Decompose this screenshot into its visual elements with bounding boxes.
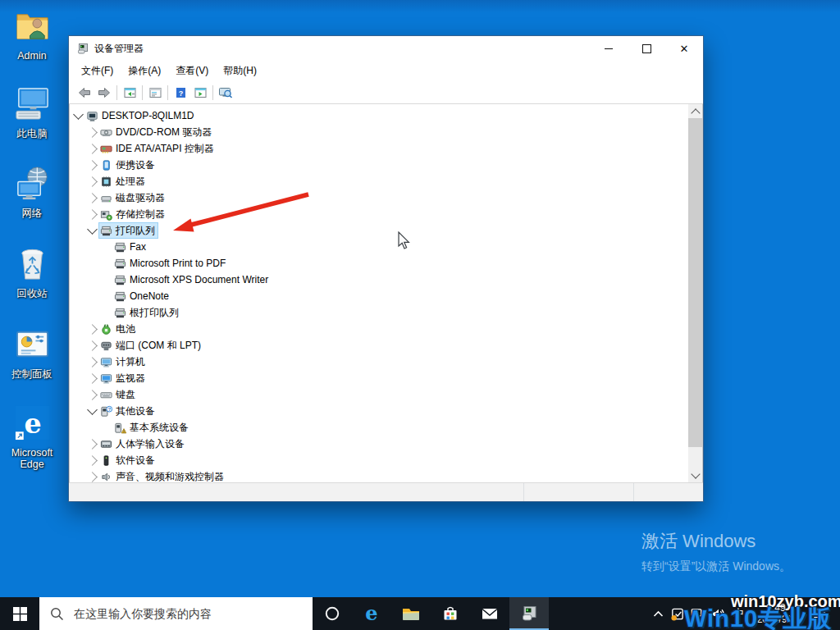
forward-button[interactable] [94,83,114,102]
printer-icon [114,290,126,303]
chevron-right-icon[interactable] [87,144,98,154]
chevron-right-icon[interactable] [87,176,98,187]
chevron-right-icon[interactable] [87,160,98,171]
chevron-right-icon[interactable] [87,455,98,466]
toolbar-separator [212,85,213,100]
tree-item-portable-devices[interactable]: 便携设备 [70,157,688,173]
desktop-icon-network[interactable]: 网络 [0,164,64,219]
scroll-down-button[interactable] [688,468,702,482]
toolbar-separator [142,85,143,100]
minimize-button[interactable] [590,36,628,61]
menu-item-action[interactable]: 操作(A) [121,61,168,81]
tree-item-ms-xps-writer[interactable]: Microsoft XPS Document Writer [70,272,688,288]
tree-item-print-queues[interactable]: 打印队列 [70,222,688,239]
tree-item-computer-cat[interactable]: 计算机 [70,354,688,370]
tree-item-batteries[interactable]: 电池 [70,321,688,337]
toolbar-separator [116,85,117,100]
chevron-up-icon [691,108,700,117]
back-button[interactable] [75,83,94,102]
activation-line2: 转到“设置”以激活 Windows。 [641,559,791,574]
portable-device-icon [100,159,112,171]
menu-item-help[interactable]: 帮助(H) [216,61,264,81]
menu-bar: 文件(F)操作(A)查看(V)帮助(H) [69,61,703,81]
chevron-down-icon[interactable] [87,224,98,235]
edge-taskbar-button[interactable]: e [352,597,391,630]
desktop-icon-control-panel[interactable]: 控制面板 [0,325,64,380]
window-content: DESKTOP-8QILM1DDVD/CD-ROM 驱动器IDE ATA/ATA… [69,104,703,482]
tree-item-fax[interactable]: Fax [70,239,688,255]
scrollbar-thumb[interactable] [688,118,702,447]
tree-item-label: 人体学输入设备 [116,437,185,451]
tree-item-keyboards[interactable]: 键盘 [70,386,688,403]
menu-item-file[interactable]: 文件(F) [74,61,121,81]
taskbar-search[interactable] [39,597,313,630]
chevron-right-icon[interactable] [87,472,98,482]
chevron-right-icon[interactable] [87,357,98,368]
action-menu-button[interactable] [190,83,210,102]
tree-item-ports-com-lpt[interactable]: 端口 (COM 和 LPT) [70,337,688,354]
tree-item-base-system-device[interactable]: 基本系统设备 [70,419,688,436]
dvd-drive-icon [100,126,112,139]
storage-controller-icon [100,208,112,221]
chevron-right-icon[interactable] [87,373,98,384]
file-explorer-button[interactable] [391,597,431,630]
console-tree-button[interactable] [120,83,139,102]
tree-item-label: 处理器 [116,175,145,189]
close-button[interactable]: ✕ [665,36,703,61]
desktop-icon-this-pc[interactable]: 此电脑 [0,84,64,139]
tree-item-monitors[interactable]: 监视器 [70,370,688,386]
tree-item-onenote[interactable]: OneNote [70,288,688,304]
chevron-down-icon[interactable] [87,404,98,415]
desktop-icon-admin[interactable]: Admin [0,7,64,62]
chevron-right-icon[interactable] [87,439,98,450]
tree-item-label: DVD/CD-ROM 驱动器 [116,126,212,139]
tree-item-hid-devices[interactable]: 人体学输入设备 [70,436,688,452]
chevron-right-icon[interactable] [87,209,98,220]
cortana-button[interactable] [313,597,352,630]
properties-button[interactable] [145,83,165,102]
tree-item-disk-drives[interactable]: 磁盘驱动器 [70,189,688,206]
status-bar [69,482,703,501]
tree-item-software-devices[interactable]: 软件设备 [70,452,688,468]
admin-folder-icon [13,7,52,48]
tree-item-label: 存储控制器 [116,208,165,221]
scroll-up-button[interactable] [688,104,702,118]
svg-text:e: e [365,603,377,624]
chevron-right-icon[interactable] [87,390,98,400]
chevron-right-icon[interactable] [87,324,98,335]
chevron-down-icon[interactable] [73,109,84,120]
desktop-icon-microsoft-edge[interactable]: eMicrosoft Edge [0,404,64,470]
tree-item-root-print-queue[interactable]: 根打印队列 [70,304,688,321]
device-manager-app-icon [76,42,89,55]
search-input[interactable] [72,606,289,621]
tree-item-processors[interactable]: 处理器 [70,173,688,189]
software-device-icon [100,454,112,467]
tree-item-label: OneNote [130,290,169,302]
ports-icon [100,340,112,352]
menu-item-view[interactable]: 查看(V) [168,61,216,81]
mail-button[interactable] [470,597,509,630]
maximize-button[interactable] [628,36,665,61]
device-manager-taskbar-button[interactable] [509,597,549,630]
tree-item-storage-controllers[interactable]: 存储控制器 [70,206,688,222]
start-button[interactable] [0,597,39,630]
computer-icon [86,110,98,122]
tree-item-dvd-cdrom[interactable]: DVD/CD-ROM 驱动器 [70,124,688,140]
chevron-right-icon[interactable] [87,193,98,203]
help-button[interactable]: ? [171,83,190,102]
tree-item-label: 打印队列 [116,224,155,238]
tree-item-ide-ata-atapi[interactable]: IDE ATA/ATAPI 控制器 [70,140,688,157]
tray-expand-button[interactable] [649,597,667,630]
toolbar-separator [167,85,168,100]
tree-item-desktop-8qilm1d[interactable]: DESKTOP-8QILM1D [70,107,688,124]
chevron-right-icon[interactable] [87,340,98,351]
tree-item-ms-print-to-pdf[interactable]: Microsoft Print to PDF [70,255,688,272]
desktop-icon-recycle-bin[interactable]: 回收站 [0,244,64,299]
tree-item-other-devices[interactable]: ?其他设备 [70,403,688,419]
chevron-right-icon[interactable] [87,127,98,138]
scan-hardware-button[interactable] [216,83,235,102]
store-button[interactable] [431,597,470,630]
vertical-scrollbar[interactable] [688,104,702,482]
tree-item-sound-video-game[interactable]: 声音、视频和游戏控制器 [70,468,688,482]
sound-icon [100,471,112,483]
